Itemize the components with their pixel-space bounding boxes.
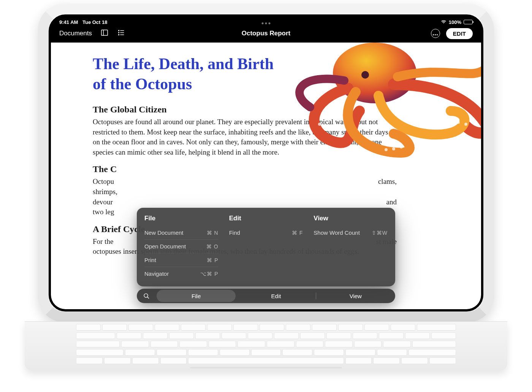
edit-button[interactable]: EDIT [446,28,473,39]
battery-percent: 100% [449,19,461,25]
list-view-icon[interactable] [117,28,125,39]
shortcut-open-document[interactable]: Open Document ⌘ O [144,240,218,253]
shortcuts-view-column: View Show Word Count ⇧⌘W [314,215,388,280]
svg-point-13 [400,145,403,149]
shortcut-print[interactable]: Print ⌘ P [144,253,218,267]
shortcut-show-word-count[interactable]: Show Word Count ⇧⌘W [314,226,388,239]
svg-line-20 [147,297,149,298]
app-toolbar: Documents Octopus Report EDIT [51,26,481,43]
tab-edit[interactable]: Edit [236,290,315,302]
shortcuts-file-column: File New Document ⌘ N Open Document ⌘ O … [144,215,218,280]
more-actions-button[interactable] [431,29,440,38]
svg-point-8 [333,43,416,103]
svg-point-19 [144,294,148,297]
svg-point-18 [464,123,467,126]
document-canvas[interactable]: The Life, Death, and Birth of the Octopu… [51,43,481,309]
document-title: Octopus Report [242,30,290,37]
shortcuts-search-button[interactable] [137,293,156,299]
shortcut-new-document[interactable]: New Document ⌘ N [144,226,218,240]
section-heading-partial: The C [93,164,439,174]
shortcuts-column-title: Edit [229,215,303,222]
back-documents-button[interactable]: Documents [59,30,92,37]
multitask-handle-icon[interactable] [261,20,271,25]
svg-point-6 [119,34,119,35]
wifi-icon [441,19,446,25]
shortcuts-column-title: View [314,215,388,222]
document-heading: The Life, Death, and Birth of the Octopu… [93,54,275,94]
shortcuts-tabbar: File Edit View [137,289,395,303]
shortcuts-edit-column: Edit Find ⌘ F [229,215,303,280]
shortcut-navigator[interactable]: Navigator ⌥⌘ P [144,267,218,280]
status-bar: 9:41 AM Tue Oct 18 100% [51,17,481,26]
section-body: Octopuses are found all around our plane… [93,117,397,157]
svg-point-17 [457,121,460,124]
magic-keyboard [25,321,507,371]
svg-point-4 [119,32,119,33]
svg-point-2 [119,30,119,31]
tab-file[interactable]: File [157,290,236,302]
status-date: Tue Oct 18 [82,19,108,25]
status-time: 9:41 AM [59,19,78,25]
svg-point-16 [449,117,452,120]
tab-view[interactable]: View [316,290,395,302]
battery-icon [464,20,473,24]
shortcut-find[interactable]: Find ⌘ F [229,226,303,239]
shortcuts-column-title: File [144,215,218,222]
section-heading: The Global Citizen [93,104,439,115]
keyboard-shortcuts-overlay: File New Document ⌘ N Open Document ⌘ O … [137,208,395,286]
sidebar-toggle-icon[interactable] [100,28,109,39]
svg-point-9 [361,71,369,79]
svg-rect-0 [101,30,108,35]
